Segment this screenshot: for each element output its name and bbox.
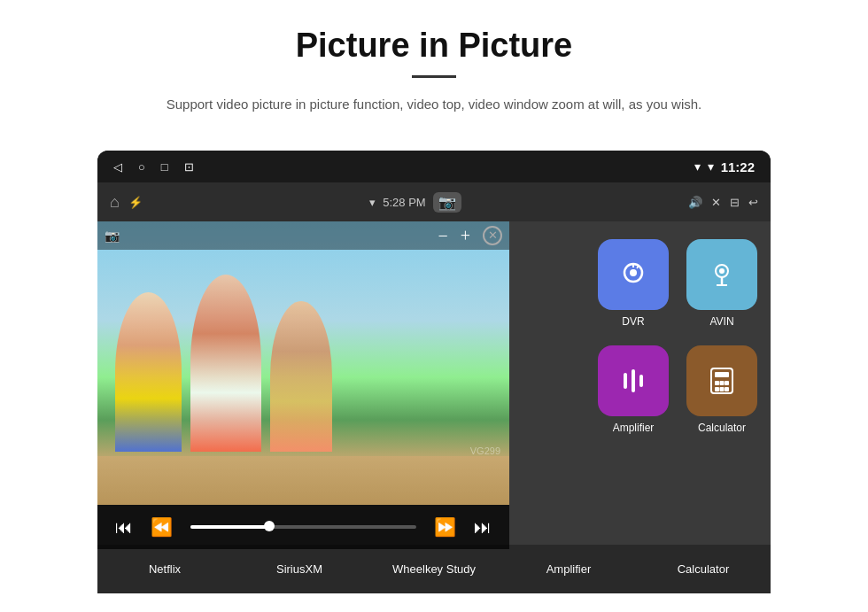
app-icon-calculator[interactable]: Calculator <box>682 345 762 443</box>
screenshot-nav-icon[interactable]: ⊡ <box>184 160 194 174</box>
media-next-btn[interactable]: ⏩ <box>434 516 456 538</box>
calculator-icon-box <box>686 345 757 416</box>
svg-rect-18 <box>725 387 729 391</box>
beach-ground <box>97 456 509 505</box>
svg-line-3 <box>637 266 639 268</box>
svg-point-6 <box>719 268 725 274</box>
svg-rect-15 <box>725 381 729 385</box>
pip-plus-btn[interactable]: + <box>461 226 470 246</box>
title-divider <box>412 75 456 78</box>
person-2 <box>190 275 261 452</box>
toolbar-volume-icon[interactable]: 🔊 <box>688 196 702 209</box>
person-1 <box>115 292 182 452</box>
bottom-app-labels: Netflix SiriusXM Wheelkey Study Amplifie… <box>97 545 771 593</box>
calculator-label: Calculator <box>698 422 746 434</box>
progress-fill <box>190 525 269 529</box>
toolbar-close-icon[interactable]: ✕ <box>711 196 721 209</box>
watermark: VG299 <box>470 445 500 456</box>
header-section: Picture in Picture Support video picture… <box>0 0 868 133</box>
pip-bottom-controls: ⏮ ⏪ ⏩ ⏭ <box>97 505 509 549</box>
toolbar-right: 🔊 ✕ ⊟ ↩ <box>688 196 758 209</box>
app-icon-amplifier[interactable]: Amplifier <box>593 345 673 443</box>
person-3 <box>270 301 332 452</box>
bottom-label-netflix[interactable]: Netflix <box>97 562 232 576</box>
back-nav-icon[interactable]: ◁ <box>113 160 122 174</box>
svg-rect-12 <box>715 372 729 377</box>
recents-nav-icon[interactable]: □ <box>161 160 168 174</box>
svg-rect-9 <box>632 369 635 392</box>
pip-minus-btn[interactable]: − <box>438 226 447 246</box>
svg-rect-16 <box>715 387 719 391</box>
media-forward-btn[interactable]: ⏭ <box>474 517 492 538</box>
status-bar-left: ◁ ○ □ ⊡ <box>113 160 194 174</box>
bottom-label-amplifier[interactable]: Amplifier <box>501 562 636 576</box>
toolbar-camera-badge[interactable]: 📷 <box>433 192 461 213</box>
amplifier-icon-box <box>598 345 669 416</box>
toolbar-pip-icon[interactable]: ⊟ <box>730 196 740 209</box>
pip-video: 📷 − + ✕ <box>97 221 509 505</box>
svg-rect-8 <box>624 373 627 389</box>
status-bar: ◁ ○ □ ⊡ ▾ ▾ 11:22 <box>97 151 771 182</box>
pip-controls-center: − + ✕ <box>438 226 502 246</box>
toolbar-home-icon[interactable]: ⌂ <box>110 193 120 212</box>
bottom-label-siriusxm[interactable]: SiriusXM <box>232 562 367 576</box>
page-title: Picture in Picture <box>53 27 815 65</box>
pip-close-btn[interactable]: ✕ <box>483 226 502 245</box>
media-prev-btn[interactable]: ⏪ <box>151 516 173 538</box>
svg-rect-17 <box>720 387 725 391</box>
media-rewind-btn[interactable]: ⏮ <box>115 517 133 538</box>
device-frame: ◁ ○ □ ⊡ ▾ ▾ 11:22 ⌂ ⚡ ▾ 5:28 PM 📷 🔊 ✕ ⊟ … <box>97 151 771 593</box>
svg-rect-14 <box>720 381 725 385</box>
toolbar-time: 5:28 PM <box>383 196 425 209</box>
app-icons-grid: DVR AVIN <box>593 239 762 443</box>
status-bar-right: ▾ ▾ 11:22 <box>694 159 755 174</box>
svg-rect-13 <box>715 381 719 385</box>
toolbar-left: ⌂ ⚡ <box>110 193 143 212</box>
toolbar-back-icon[interactable]: ↩ <box>748 196 758 209</box>
toolbar-usb-icon: ⚡ <box>128 196 143 209</box>
app-toolbar: ⌂ ⚡ ▾ 5:28 PM 📷 🔊 ✕ ⊟ ↩ <box>97 182 771 221</box>
status-time: 11:22 <box>721 159 755 174</box>
wifi-status-icon: ▾ <box>708 159 714 174</box>
subtitle-text: Support video picture in picture functio… <box>89 94 779 115</box>
svg-point-1 <box>630 269 637 276</box>
toolbar-wifi-icon: ▾ <box>369 196 376 209</box>
app-content: DVR AVIN <box>97 221 771 593</box>
home-nav-icon[interactable]: ○ <box>138 160 145 174</box>
svg-rect-10 <box>639 375 643 387</box>
pip-camera-icon: 📷 <box>105 229 120 244</box>
dvr-label: DVR <box>622 315 644 328</box>
people-overlay <box>97 275 509 452</box>
bottom-label-calculator[interactable]: Calculator <box>636 562 771 576</box>
pip-top-bar: 📷 − + ✕ <box>97 221 509 250</box>
amplifier-label: Amplifier <box>613 422 655 434</box>
app-icon-dvr[interactable]: DVR <box>593 239 673 337</box>
progress-dot <box>264 521 275 531</box>
media-progress-bar[interactable] <box>190 525 416 529</box>
avin-icon-box <box>686 239 757 310</box>
avin-label: AVIN <box>709 315 733 328</box>
toolbar-center: ▾ 5:28 PM 📷 <box>369 192 461 213</box>
pip-scene <box>97 221 509 505</box>
pip-container[interactable]: 📷 − + ✕ <box>97 221 509 549</box>
app-icon-avin[interactable]: AVIN <box>682 239 762 337</box>
location-icon: ▾ <box>694 159 701 174</box>
dvr-icon-box <box>598 239 669 310</box>
bottom-label-wheelkey[interactable]: Wheelkey Study <box>367 562 501 576</box>
